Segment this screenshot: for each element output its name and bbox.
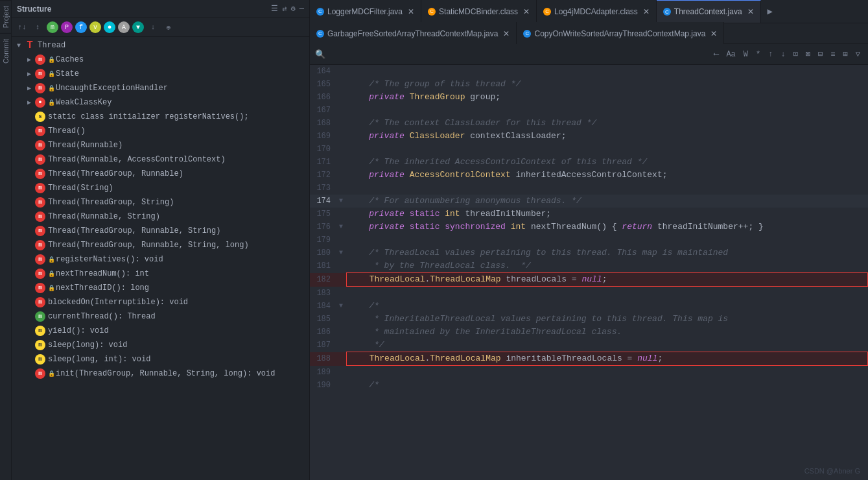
- line-content[interactable]: [346, 366, 868, 379]
- tree-item-sleep1[interactable]: m sleep(long): void: [12, 338, 309, 352]
- filter-arrow-btn[interactable]: ▼: [132, 21, 144, 33]
- code-line-186: 186 * maintained by the InheritableThrea…: [310, 326, 868, 339]
- tree-item-constructor-9[interactable]: m Thread(ThreadGroup, Runnable, String, …: [12, 238, 309, 252]
- settings-icon[interactable]: ⚙: [291, 4, 296, 14]
- filter-p-btn[interactable]: P: [61, 21, 73, 33]
- line-content[interactable]: /* ThreadLocal values pertaining to this…: [346, 246, 868, 259]
- filter-f-btn[interactable]: f: [75, 21, 87, 33]
- search-filter-btn[interactable]: ▽: [853, 49, 863, 60]
- tree-arrow: [27, 128, 34, 135]
- sort-asc-btn[interactable]: ↑↓: [16, 21, 29, 34]
- tree-item-constructor-1[interactable]: m Thread(): [12, 124, 309, 138]
- more-tabs-btn[interactable]: ▶: [764, 6, 777, 17]
- line-number: 185: [310, 313, 336, 326]
- filter-m-btn[interactable]: m: [47, 21, 58, 33]
- search-list-btn[interactable]: ≡: [828, 49, 838, 60]
- line-content[interactable]: [346, 104, 868, 117]
- tree-item-blockedon[interactable]: m blockedOn(Interruptible): void: [12, 295, 309, 309]
- tab-close-btn[interactable]: ✕: [503, 29, 510, 38]
- tree-item-currentthread[interactable]: m currentThread(): Thread: [12, 309, 309, 324]
- tree-item-sleep2[interactable]: m sleep(long, int): void: [12, 352, 309, 366]
- tree-item-constructor-6[interactable]: m Thread(ThreadGroup, String): [12, 195, 309, 210]
- line-content[interactable]: ThreadLocal.ThreadLocalMap threadLocals …: [346, 273, 868, 287]
- sort-icon[interactable]: ⇄: [282, 4, 287, 14]
- search-up-btn[interactable]: ↑: [766, 49, 775, 60]
- line-number: 164: [310, 65, 336, 78]
- line-content[interactable]: private static synchronized int nextThre…: [346, 221, 868, 234]
- tree-item-state[interactable]: ▶ m 🔒 State: [12, 67, 309, 81]
- tab-copyonwrite[interactable]: C CopyOnWriteSortedArrayThreadContextMap…: [517, 22, 724, 45]
- gutter: [336, 287, 346, 300]
- tab-close-btn[interactable]: ✕: [408, 7, 414, 16]
- line-content[interactable]: private ThreadGroup group;: [346, 91, 868, 104]
- line-content[interactable]: * maintained by the InheritableThreadLoc…: [346, 326, 868, 339]
- line-content[interactable]: [346, 182, 868, 195]
- tab-close-btn[interactable]: ✕: [747, 7, 754, 16]
- side-tab-commit[interactable]: Commit: [0, 33, 11, 69]
- tree-item-caches[interactable]: ▶ m 🔒 Caches: [12, 53, 309, 67]
- search-grid-btn[interactable]: ⊞: [841, 49, 850, 60]
- line-content[interactable]: * by the ThreadLocal class. */: [346, 259, 868, 273]
- minimize-icon[interactable]: —: [299, 5, 304, 14]
- search-down-btn[interactable]: ↓: [778, 49, 788, 60]
- tree-arrow: [27, 185, 34, 192]
- tree-item-nextthreadid[interactable]: m 🔒 nextThreadID(): long: [12, 281, 309, 295]
- line-content[interactable]: /*: [346, 379, 868, 392]
- tree-item-init[interactable]: m 🔒 init(ThreadGroup, Runnable, String, …: [12, 366, 309, 381]
- line-content[interactable]: [346, 143, 868, 156]
- line-content[interactable]: */: [346, 339, 868, 352]
- tree-item-thread[interactable]: ▼ T Thread: [12, 38, 309, 53]
- search-back-btn[interactable]: ⟵: [711, 49, 721, 60]
- tree-item-static-init[interactable]: s static class initializer registerNativ…: [12, 110, 309, 124]
- tree-item-constructor-8[interactable]: m Thread(ThreadGroup, Runnable, String): [12, 224, 309, 238]
- line-content[interactable]: [346, 234, 868, 246]
- expand-btn[interactable]: ↓: [147, 21, 159, 34]
- side-tab-project[interactable]: Project: [0, 0, 11, 33]
- tree-item-weakclasskey[interactable]: ▶ ● 🔒 WeakClassKey: [12, 95, 309, 110]
- search-split-btn[interactable]: ⊡: [791, 49, 801, 60]
- search-word-btn[interactable]: W: [741, 49, 751, 60]
- collapse-btn[interactable]: ⊕: [162, 21, 175, 34]
- line-content[interactable]: ThreadLocal.ThreadLocalMap inheritableTh…: [346, 352, 868, 366]
- search-regex-btn[interactable]: *: [753, 49, 763, 60]
- tab-close-btn[interactable]: ✕: [710, 29, 717, 38]
- tree-item-constructor-4[interactable]: m Thread(ThreadGroup, Runnable): [12, 167, 309, 181]
- align-icon[interactable]: ☰: [271, 4, 278, 14]
- tree-item-registernatives[interactable]: m 🔒 registerNatives(): void: [12, 252, 309, 267]
- line-content[interactable]: [346, 287, 868, 300]
- tree-item-yield[interactable]: m yield(): void: [12, 324, 309, 338]
- filter-v-btn[interactable]: v: [89, 21, 101, 33]
- tree-item-constructor-5[interactable]: m Thread(String): [12, 181, 309, 195]
- line-content[interactable]: [346, 65, 868, 78]
- line-content[interactable]: /* The context ClassLoader for this thre…: [346, 117, 868, 130]
- tree-item-constructor-3[interactable]: m Thread(Runnable, AccessControlContext): [12, 152, 309, 167]
- tab-staticmdcbinder[interactable]: C StaticMDCBinder.class ✕: [421, 0, 537, 23]
- line-content[interactable]: private ClassLoader contextClassLoader;: [346, 130, 868, 143]
- line-content[interactable]: private static int threadInitNumber;: [346, 208, 868, 221]
- line-content[interactable]: /* For autonumbering anonymous threads. …: [346, 195, 868, 208]
- line-content[interactable]: * InheritableThreadLocal values pertaini…: [346, 313, 868, 326]
- tree-item-constructor-7[interactable]: m Thread(Runnable, String): [12, 210, 309, 224]
- line-content[interactable]: /*: [346, 300, 868, 313]
- filter-a-btn[interactable]: A: [118, 21, 130, 33]
- tab-garbagefree[interactable]: C GarbageFreeSortedArrayThreadContextMap…: [310, 22, 517, 45]
- search-split2-btn[interactable]: ⊠: [803, 49, 813, 60]
- search-split3-btn[interactable]: ⊟: [815, 49, 825, 60]
- line-content[interactable]: /* The group of this thread */: [346, 78, 868, 91]
- line-content[interactable]: private AccessControlContext inheritedAc…: [346, 169, 868, 182]
- filter-dot-btn[interactable]: ●: [104, 21, 115, 33]
- tab-log4jmdcadapter[interactable]: C Log4jMDCAdapter.class ✕: [537, 0, 657, 23]
- tab-threadcontext[interactable]: C ThreadContext.java ✕: [657, 0, 761, 23]
- tab-loggermdcfilter[interactable]: C LoggerMDCFilter.java ✕: [310, 0, 421, 23]
- tree-item-constructor-2[interactable]: m Thread(Runnable): [12, 138, 309, 152]
- tab-close-btn[interactable]: ✕: [643, 7, 650, 16]
- tree-item-nextthreadnum[interactable]: m 🔒 nextThreadNum(): int: [12, 267, 309, 281]
- tab-close-btn[interactable]: ✕: [523, 7, 530, 16]
- code-line-182: 182 ThreadLocal.ThreadLocalMap threadLoc…: [310, 273, 868, 287]
- search-icon[interactable]: 🔍: [315, 49, 325, 60]
- tree-label: init(ThreadGroup, Runnable, String, long…: [56, 369, 275, 378]
- line-content[interactable]: /* The inherited AccessControlContext of…: [346, 156, 868, 169]
- sort-desc-btn[interactable]: ↕: [31, 21, 44, 34]
- tree-item-uncaught[interactable]: ▶ m 🔒 UncaughtExceptionHandler: [12, 81, 309, 95]
- search-case-btn[interactable]: Aa: [723, 49, 738, 60]
